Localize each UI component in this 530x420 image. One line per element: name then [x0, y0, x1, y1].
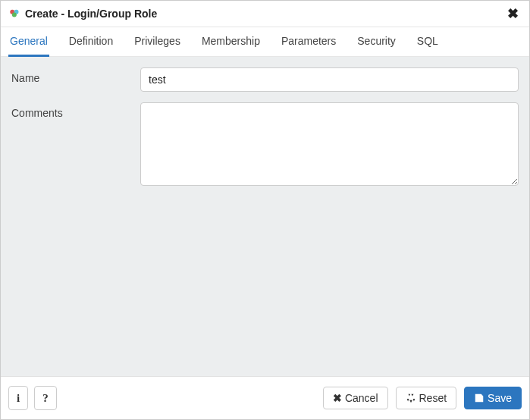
close-x-icon: ✖	[333, 392, 342, 405]
dialog-title: Create - Login/Group Role	[25, 8, 157, 20]
reset-button[interactable]: Reset	[396, 387, 457, 410]
save-button[interactable]: Save	[464, 387, 522, 410]
tab-security[interactable]: Security	[356, 27, 397, 57]
save-icon	[474, 393, 485, 403]
tab-privileges[interactable]: Privileges	[133, 27, 182, 57]
tab-general[interactable]: General	[8, 27, 49, 57]
group-role-icon	[8, 8, 22, 19]
question-icon: ?	[42, 391, 49, 405]
comments-label: Comments	[11, 102, 140, 188]
row-comments: Comments	[11, 102, 519, 188]
svg-point-2	[12, 13, 17, 17]
tab-membership[interactable]: Membership	[200, 27, 262, 57]
cancel-button[interactable]: ✖ Cancel	[323, 387, 388, 410]
info-button[interactable]: i	[8, 386, 28, 410]
footer-left: i ?	[8, 386, 57, 410]
name-input[interactable]	[140, 67, 519, 92]
footer-right: ✖ Cancel Reset Save	[323, 387, 522, 410]
tab-bar: General Definition Privileges Membership…	[1, 27, 529, 57]
dialog-footer: i ? ✖ Cancel Reset	[1, 376, 529, 419]
row-name: Name	[11, 67, 519, 92]
dialog-header: Create - Login/Group Role ✖	[1, 1, 529, 27]
tab-parameters[interactable]: Parameters	[280, 27, 337, 57]
name-label: Name	[11, 67, 140, 92]
info-icon: i	[17, 391, 20, 405]
dialog-title-wrap: Create - Login/Group Role	[8, 8, 504, 20]
save-label: Save	[488, 392, 512, 405]
recycle-icon	[406, 393, 416, 403]
cancel-label: Cancel	[345, 392, 378, 405]
name-control	[140, 67, 519, 92]
close-icon[interactable]: ✖	[504, 5, 522, 22]
tab-definition[interactable]: Definition	[67, 27, 114, 57]
help-button[interactable]: ?	[34, 386, 57, 410]
comments-control	[140, 102, 519, 188]
reset-label: Reset	[419, 392, 447, 405]
form-area: Name Comments	[1, 57, 529, 376]
tab-sql[interactable]: SQL	[416, 27, 440, 57]
comments-textarea[interactable]	[140, 102, 519, 186]
create-role-dialog: Create - Login/Group Role ✖ General Defi…	[0, 0, 530, 420]
